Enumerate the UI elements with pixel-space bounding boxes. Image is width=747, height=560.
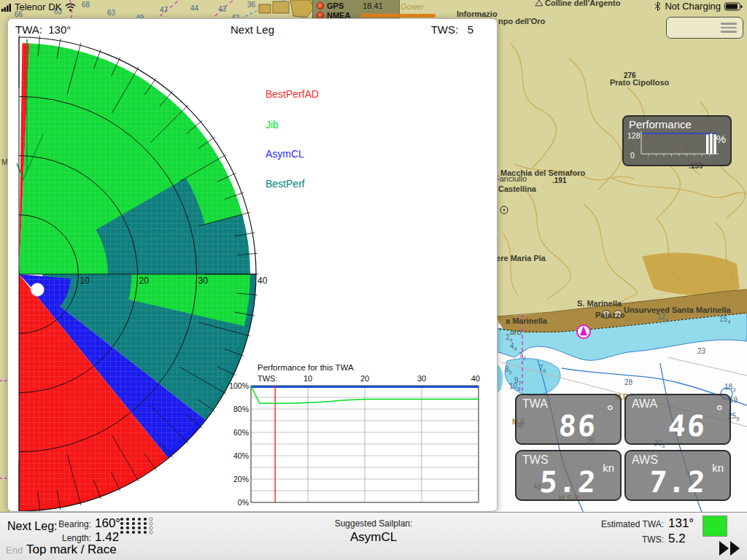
instrument-value: 7.2 (648, 465, 707, 499)
grid-dot (126, 522, 129, 525)
minichart-xtick: 10 (303, 374, 312, 383)
gps-status-dot (317, 2, 324, 9)
instrument-label: TWA (522, 397, 548, 411)
sailplan-status-indicator (703, 516, 727, 537)
depth-sounding: 44 (190, 4, 198, 12)
map-label: S. Marinella (577, 299, 622, 308)
bearing-value: 160° (95, 516, 120, 531)
polar-ring-label: 20 (139, 276, 150, 286)
depth-sounding: 154 (719, 315, 730, 325)
grid-dot-hollow (150, 518, 152, 521)
minichart-xtick: 30 (417, 374, 426, 383)
depth-sounding: 183 (724, 383, 735, 393)
minichart-ylabel: 40% (233, 451, 249, 460)
grid-dot (120, 522, 123, 525)
bluetooth-icon (654, 1, 661, 11)
map-label: Unsurveyed Santa Marinella (624, 306, 731, 314)
depth-sounding: 68 (82, 1, 90, 9)
minichart-ylabel: 0% (238, 498, 249, 507)
grid-dot (132, 526, 135, 529)
instrument-unit: kn (712, 462, 724, 474)
carrier-label: Telenor DK (15, 1, 61, 12)
map-label: Colline dell'Argento (545, 0, 620, 7)
depth-sounding: 63 (107, 9, 115, 17)
polar-diagram-panel[interactable]: TWA: 130° Next Leg TWS: 5 10203040100%80… (7, 18, 498, 512)
grid-dot (132, 522, 135, 525)
minichart-ylabel: 80% (233, 405, 249, 413)
grid-dot (144, 531, 147, 534)
suggested-sailplan-value: AsymCL (293, 530, 454, 545)
performance-widget[interactable]: Performance % 128 0 (622, 115, 732, 166)
instrument-tws[interactable]: TWS5.2kn (515, 450, 622, 501)
route-fragment (361, 14, 436, 18)
grid-dot (120, 526, 123, 529)
cellular-signal-icon (1, 3, 12, 12)
minichart-ylabel: 20% (233, 475, 249, 483)
instrument-value: 5.2 (538, 465, 597, 499)
grid-dot (138, 526, 141, 529)
grid-dot-hollow (150, 522, 152, 525)
grid-dot (126, 526, 129, 529)
map-label: npo dell'Oro (498, 17, 545, 26)
estimated-twa-label: Estimated TWA: (553, 519, 664, 529)
grid-dot (132, 518, 135, 521)
fast-forward-icon[interactable] (719, 540, 742, 556)
instrument-label: AWA (632, 397, 657, 411)
minichart-ylabel: 60% (233, 428, 249, 437)
legend-item-asymcl: AsymCL (266, 148, 304, 160)
grid-dot-hollow (150, 526, 152, 529)
grid-dot (126, 518, 129, 521)
depth-sounding: 28 (624, 378, 632, 386)
map-label: lere Maria Pia (494, 254, 546, 262)
map-label: Palazzo (595, 311, 624, 319)
legend-item-bestperf: BestPerf (266, 178, 305, 190)
polar-chart: 10203040100%80%60%40%20%0%Performance fo… (8, 19, 497, 511)
instrument-value: 46 (667, 409, 707, 443)
map-label: Fanciullo (495, 174, 527, 183)
legend-item-jib: Jib (266, 119, 279, 131)
map-label: .191 (552, 176, 566, 184)
depth-sounding: 108 (509, 382, 520, 392)
instrument-aws[interactable]: AWS7.2kn (624, 450, 731, 501)
battery-icon (724, 2, 743, 11)
map-label: Castellina (498, 184, 536, 193)
depth-sounding: 47 (160, 6, 168, 14)
grid-dot (144, 526, 147, 529)
polar-ring-label: 30 (198, 276, 209, 286)
minichart-xtick: 20 (360, 374, 369, 383)
landmark-dot (503, 209, 505, 211)
instrument-twa[interactable]: TWA86° (515, 394, 622, 445)
map-label: Prato Cipolloso (610, 78, 669, 87)
estimated-twa-value: 131° (668, 516, 694, 531)
instrument-value: 86 (557, 409, 597, 443)
grid-dot (138, 518, 141, 521)
wifi-icon (64, 2, 77, 12)
depth-sounding: 72 (519, 351, 526, 362)
performance-sparkline (634, 129, 720, 161)
instrument-awa[interactable]: AWA46° (624, 394, 731, 445)
grid-dot (144, 518, 147, 521)
status-bar-right: Not Charging (654, 1, 743, 12)
menu-button[interactable] (666, 17, 743, 39)
grid-dot-hollow (150, 531, 152, 534)
sparkline-bar (706, 135, 708, 154)
map-label: a Marinella (506, 316, 547, 325)
end-label: End (6, 545, 23, 556)
map-label: Informazio (457, 9, 498, 18)
instrument-unit: kn (603, 462, 614, 474)
polar-ring-label: 40 (258, 276, 268, 286)
gps-label: GPS (327, 1, 344, 10)
grid-dot (132, 531, 135, 534)
minichart-xlabel: TWS: (258, 374, 278, 383)
depth-sounding: 85 (505, 365, 512, 376)
map-label: Gower (400, 2, 424, 11)
grid-dot (120, 518, 123, 521)
legend-item-bestperfad: BestPerfAD (266, 88, 319, 100)
instrument-unit: ° (716, 401, 723, 421)
gps-value: 18.41 (363, 1, 383, 10)
depth-sounding: 23 (697, 347, 705, 355)
current-state-marker[interactable] (31, 283, 44, 296)
waypoint-grid-icon[interactable] (118, 516, 155, 536)
route-name[interactable]: Top mark / Race (26, 542, 117, 557)
depth-sounding: 76 (539, 364, 546, 374)
